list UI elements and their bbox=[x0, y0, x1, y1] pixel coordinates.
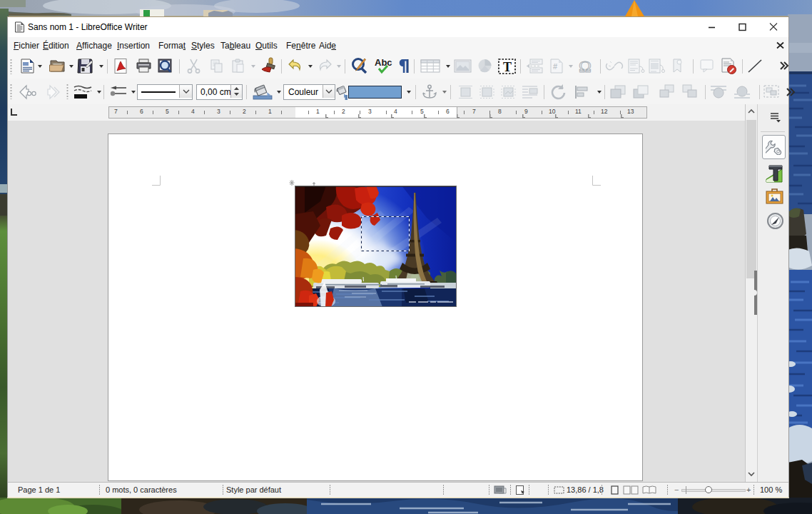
svg-text:#: # bbox=[553, 62, 557, 71]
svg-text:T: T bbox=[503, 60, 512, 74]
svg-text:Abc: Abc bbox=[375, 57, 392, 68]
svg-text:Ω: Ω bbox=[579, 57, 592, 75]
